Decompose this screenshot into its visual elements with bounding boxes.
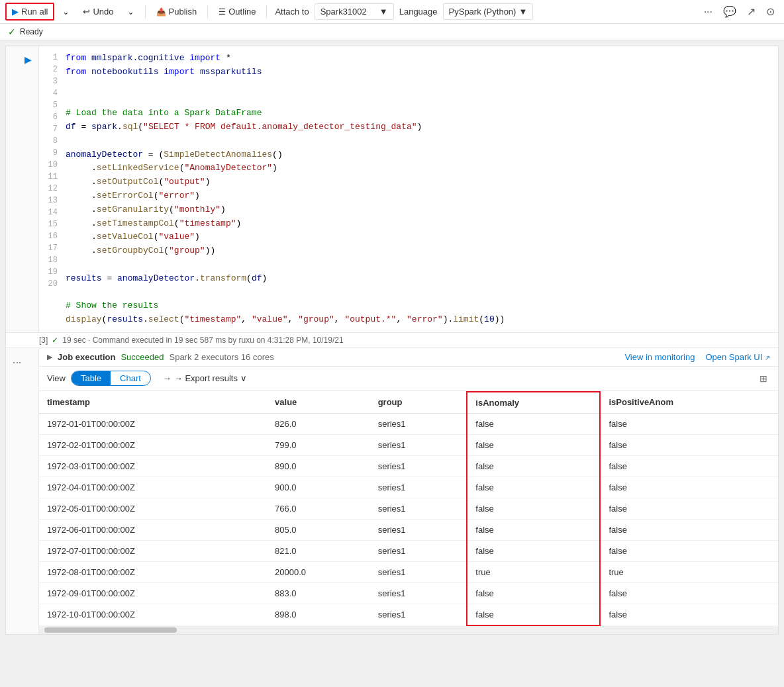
language-chevron-icon: ▼ [518, 7, 527, 17]
view-monitoring-button[interactable]: View in monitoring [624, 352, 695, 362]
code-line-7 [66, 134, 770, 148]
line-numbers: 1234 5678 9101112 13141516 17181920 [47, 52, 66, 327]
execution-message: 19 sec · Command executed in 19 sec 587 … [62, 336, 343, 345]
cell-group: series1 [370, 540, 467, 561]
data-table-wrapper: timestamp value group isAnomaly isPositi… [39, 391, 778, 626]
cell-value: 900.0 [267, 477, 370, 498]
cell-group: series1 [370, 455, 467, 477]
cell-isanomaly: false [467, 540, 600, 561]
cell-timestamp: 1972-10-01T00:00:00Z [39, 604, 267, 625]
tab-group: Table Chart [71, 371, 151, 386]
attach-to-label: Attach to [272, 7, 311, 17]
col-header-value: value [267, 392, 370, 414]
attach-chevron-icon: ▼ [379, 7, 388, 17]
col-header-ispositiveanom: isPositiveAnom [600, 392, 778, 414]
comment-icon: 💬 [723, 6, 736, 17]
attach-to-dropdown[interactable]: Spark31002 ▼ [315, 3, 394, 20]
cell-ispositiveanom: false [600, 519, 778, 540]
cell-isanomaly: false [467, 455, 600, 477]
cell-ispositiveanom: true [600, 561, 778, 582]
export-label: → Export results [174, 373, 238, 383]
open-spark-ui-button[interactable]: Open Spark UI ↗ [705, 352, 770, 362]
cell-value: 883.0 [267, 582, 370, 604]
app-container: ▶ Run all ⌄ ↩ Undo ⌄ 📤 Publish ☰ Outline… [0, 0, 784, 687]
code-line-6: df = spark.sql("SELECT * FROM default.an… [66, 120, 770, 134]
table-head: timestamp value group isAnomaly isPositi… [39, 392, 778, 414]
output-more-button[interactable]: ⋮ [11, 357, 24, 369]
chart-tab[interactable]: Chart [111, 371, 150, 385]
cell-timestamp: 1972-08-01T00:00:00Z [39, 561, 267, 582]
code-area: 1234 5678 9101112 13141516 17181920 from… [47, 52, 770, 327]
cell-timestamp: 1972-02-01T00:00:00Z [39, 434, 267, 455]
divider-1 [145, 5, 146, 19]
more-options-button[interactable]: ··· [700, 3, 716, 21]
table-row: 1972-01-01T00:00:00Z826.0series1falsefal… [39, 413, 778, 434]
cell-ispositiveanom: false [600, 498, 778, 519]
open-spark-label: Open Spark UI [705, 352, 762, 362]
share-button[interactable]: ↗ [743, 3, 760, 21]
cell-value: 890.0 [267, 455, 370, 477]
undo-icon: ↩ [83, 7, 90, 17]
cell-isanomaly: false [467, 498, 600, 519]
data-table: timestamp value group isAnomaly isPositi… [39, 391, 778, 626]
cell-group: series1 [370, 582, 467, 604]
scrollbar-thumb[interactable] [44, 627, 177, 633]
settings-icon: ⊙ [766, 6, 775, 17]
redo-chevron-icon: ⌄ [127, 7, 134, 17]
redo-dropdown-button[interactable]: ⌄ [122, 4, 140, 19]
run-all-button[interactable]: ▶ Run all [5, 3, 54, 21]
cell-isanomaly: false [467, 413, 600, 434]
cell-run-button[interactable]: ▶ [23, 53, 33, 66]
cell-timestamp: 1972-03-01T00:00:00Z [39, 455, 267, 477]
attach-value: Spark31002 [320, 7, 367, 17]
export-button[interactable]: → → Export results ∨ [156, 371, 254, 386]
cell-group: series1 [370, 434, 467, 455]
undo-dropdown-button[interactable]: ⌄ [57, 4, 75, 19]
code-line-9: .setLinkedService("AnomalyDetector") [66, 161, 770, 175]
code-line-8: anomalyDetector = (SimpleDetectAnomalies… [66, 148, 770, 162]
cell-ispositiveanom: false [600, 540, 778, 561]
job-expand-button[interactable]: ▶ [47, 353, 52, 361]
notebook-inner: ▶ 1234 5678 9101112 13141516 17181920 fr… [5, 46, 779, 635]
divider-2 [207, 5, 208, 19]
code-line-4 [66, 93, 770, 107]
undo-chevron-icon: ⌄ [62, 7, 70, 17]
grid-settings-button[interactable]: ⊞ [757, 371, 770, 387]
table-row: 1972-02-01T00:00:00Z799.0series1falsefal… [39, 434, 778, 455]
cell-group: series1 [370, 498, 467, 519]
table-row: 1972-05-01T00:00:00Z766.0series1falsefal… [39, 498, 778, 519]
table-row: 1972-09-01T00:00:00Z883.0series1falsefal… [39, 582, 778, 604]
cell-group: series1 [370, 604, 467, 625]
outline-button[interactable]: ☰ Outline [213, 4, 261, 19]
undo-button[interactable]: ↩ Undo [77, 4, 119, 19]
comment-button[interactable]: 💬 [719, 3, 740, 21]
cell-isanomaly: false [467, 604, 600, 625]
export-arrow-icon: → [163, 373, 172, 383]
table-body: 1972-01-01T00:00:00Z826.0series1falsefal… [39, 413, 778, 625]
cell-timestamp: 1972-06-01T00:00:00Z [39, 519, 267, 540]
code-line-18 [66, 286, 770, 300]
cell-isanomaly: true [467, 561, 600, 582]
job-bar-links: View in monitoring Open Spark UI ↗ [624, 352, 770, 362]
table-tab[interactable]: Table [72, 371, 111, 385]
horizontal-scrollbar[interactable] [39, 626, 778, 634]
cell-value: 821.0 [267, 540, 370, 561]
language-label: Language [397, 7, 440, 17]
undo-label: Undo [93, 7, 113, 17]
table-header-row: timestamp value group isAnomaly isPositi… [39, 392, 778, 414]
cell-timestamp: 1972-07-01T00:00:00Z [39, 540, 267, 561]
outline-label: Outline [228, 7, 256, 17]
cell-ispositiveanom: false [600, 434, 778, 455]
run-icon: ▶ [12, 7, 19, 17]
job-status: Succeeded [121, 352, 164, 362]
publish-icon: 📤 [156, 7, 166, 17]
cell-value: 826.0 [267, 413, 370, 434]
code-line-5: # Load the data into a Spark DataFrame [66, 107, 770, 120]
publish-button[interactable]: 📤 Publish [151, 4, 203, 19]
table-row: 1972-10-01T00:00:00Z898.0series1falsefal… [39, 604, 778, 625]
settings-button[interactable]: ⊙ [762, 3, 779, 21]
cell-timestamp: 1972-05-01T00:00:00Z [39, 498, 267, 519]
code-cell: ▶ 1234 5678 9101112 13141516 17181920 fr… [6, 46, 778, 333]
language-dropdown[interactable]: PySpark (Python) ▼ [443, 3, 534, 20]
code-line-10: .setOutputCol("output") [66, 175, 770, 189]
